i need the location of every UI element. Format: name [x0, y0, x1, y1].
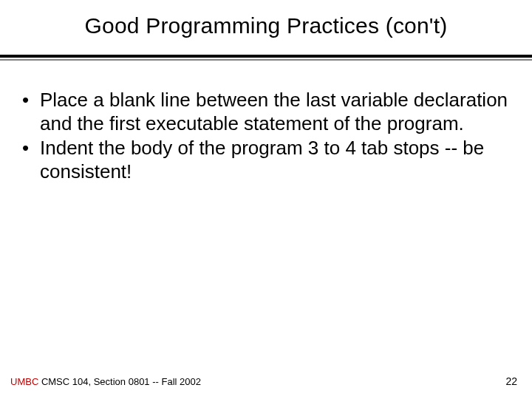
footer-left: UMBC CMSC 104, Section 0801 -- Fall 2002 [10, 376, 201, 387]
title-divider [0, 55, 532, 61]
bullet-text: Indent the body of the program 3 to 4 ta… [40, 137, 484, 183]
footer-course: CMSC 104, Section 0801 -- Fall 2002 [38, 376, 201, 387]
bullet-list: Place a blank line between the last vari… [19, 89, 513, 184]
list-item: Place a blank line between the last vari… [19, 89, 513, 135]
bullet-text: Place a blank line between the last vari… [40, 89, 508, 134]
slide: Good Programming Practices (con't) Place… [0, 0, 532, 399]
slide-title: Good Programming Practices (con't) [0, 13, 532, 38]
footer-umbc: UMBC [10, 376, 38, 387]
slide-body: Place a blank line between the last vari… [19, 89, 513, 185]
page-number: 22 [505, 375, 517, 387]
list-item: Indent the body of the program 3 to 4 ta… [19, 137, 513, 183]
